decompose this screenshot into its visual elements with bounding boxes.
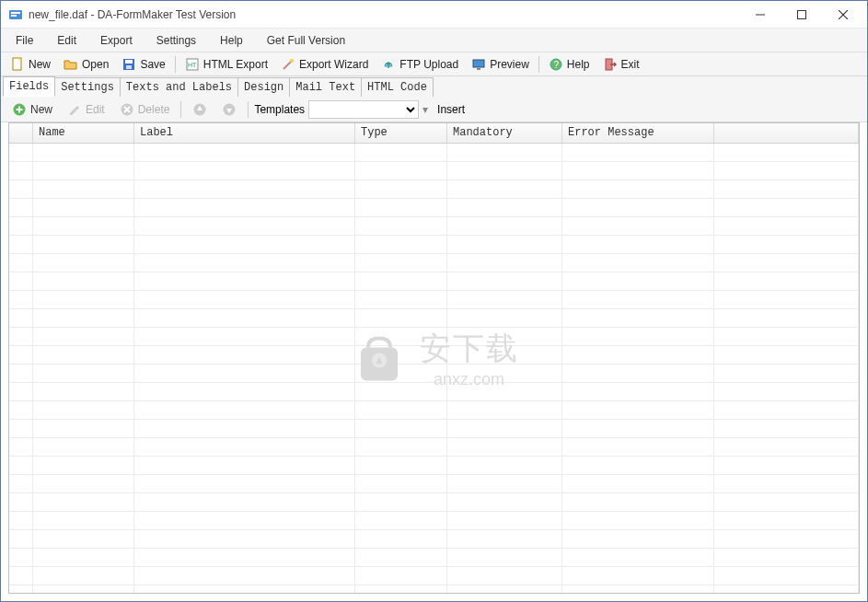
minimize-button[interactable] xyxy=(739,2,781,28)
grid-col-label[interactable]: Label xyxy=(134,123,355,143)
grid-row-empty[interactable] xyxy=(9,549,859,567)
help-icon: ? xyxy=(549,57,563,72)
main-toolbar: New Open Save HT HTML Export Export Wiza… xyxy=(1,52,867,76)
grid-row-empty[interactable] xyxy=(9,328,859,346)
grid-col-mandatory[interactable]: Mandatory xyxy=(447,123,562,143)
fields-edit-label: Edit xyxy=(86,103,105,116)
dropdown-arrow-icon: ▾ xyxy=(422,103,428,116)
maximize-button[interactable] xyxy=(781,2,822,28)
exit-door-icon xyxy=(603,57,618,72)
grid-row-empty[interactable] xyxy=(9,346,859,365)
html-export-icon: HT xyxy=(185,57,200,72)
fields-new-label: New xyxy=(30,103,52,116)
menu-export[interactable]: Export xyxy=(89,30,144,51)
grid-col-type[interactable]: Type xyxy=(355,123,447,143)
fields-moveup-button[interactable] xyxy=(187,100,213,119)
tab-mail-text[interactable]: Mail Text xyxy=(289,77,362,97)
toolbar-exit-label: Exit xyxy=(621,58,640,71)
grid-row-empty[interactable] xyxy=(9,236,859,254)
grid-row-empty[interactable] xyxy=(9,493,859,512)
grid-row-empty[interactable] xyxy=(9,180,859,199)
grid-row-empty[interactable] xyxy=(9,162,859,180)
menu-getfullversion[interactable]: Get Full Version xyxy=(256,30,356,51)
arrow-up-circle-icon xyxy=(192,102,207,117)
svg-rect-2 xyxy=(11,15,17,17)
tab-texts-and-labels[interactable]: Texts and Labels xyxy=(120,77,238,97)
grid-row-empty[interactable] xyxy=(9,254,859,272)
grid-row-empty[interactable] xyxy=(9,512,859,530)
grid-row-empty[interactable] xyxy=(9,530,859,549)
grid-row-empty[interactable] xyxy=(9,272,859,291)
grid-col-errormessage[interactable]: Error Message xyxy=(562,123,714,143)
svg-rect-1 xyxy=(11,12,20,14)
svg-rect-16 xyxy=(477,68,480,70)
save-disk-icon xyxy=(122,57,136,72)
grid-row-empty[interactable] xyxy=(9,365,859,383)
svg-rect-15 xyxy=(473,60,484,67)
close-button[interactable] xyxy=(822,2,863,28)
fields-movedown-button[interactable] xyxy=(216,100,242,119)
menu-help[interactable]: Help xyxy=(209,30,254,51)
toolbar-save-button[interactable]: Save xyxy=(116,55,170,74)
menu-edit[interactable]: Edit xyxy=(46,30,87,51)
tab-design[interactable]: Design xyxy=(237,77,290,97)
grid-col-rowselector[interactable] xyxy=(9,123,33,143)
grid-row-empty[interactable] xyxy=(9,401,859,420)
grid-row-empty[interactable] xyxy=(9,567,859,585)
open-folder-icon xyxy=(64,57,78,72)
toolbar-ftpupload-label: FTP Upload xyxy=(399,58,458,71)
grid-row-empty[interactable] xyxy=(9,475,859,493)
tab-settings[interactable]: Settings xyxy=(54,77,121,97)
toolbar-preview-button[interactable]: Preview xyxy=(466,55,535,74)
svg-text:HT: HT xyxy=(188,62,197,68)
templates-dropdown[interactable] xyxy=(308,100,419,119)
grid-row-empty[interactable] xyxy=(9,420,859,438)
toolbar-exit-button[interactable]: Exit xyxy=(597,55,645,74)
toolbar-preview-label: Preview xyxy=(490,58,529,71)
svg-rect-4 xyxy=(797,10,805,18)
insert-label[interactable]: Insert xyxy=(437,103,465,116)
grid-row-empty[interactable] xyxy=(9,585,859,593)
toolbar-htmlexport-button[interactable]: HT HTML Export xyxy=(179,55,273,74)
grid-row-empty[interactable] xyxy=(9,144,859,162)
arrow-down-circle-icon xyxy=(222,102,237,117)
templates-label: Templates xyxy=(254,103,305,116)
toolbar-exportwizard-label: Export Wizard xyxy=(299,58,368,71)
toolbar-separator xyxy=(538,56,539,73)
fields-edit-button[interactable]: Edit xyxy=(62,100,110,119)
fields-delete-button[interactable]: Delete xyxy=(114,100,176,119)
new-file-icon xyxy=(10,57,25,72)
grid-row-empty[interactable] xyxy=(9,309,859,328)
window-title: new_file.daf - DA-FormMaker Test Version xyxy=(29,8,236,21)
menu-file[interactable]: File xyxy=(5,30,44,51)
toolbar-new-label: New xyxy=(29,58,51,71)
wizard-wand-icon xyxy=(281,57,295,72)
grid-row-empty[interactable] xyxy=(9,457,859,475)
grid-row-empty[interactable] xyxy=(9,199,859,217)
grid-row-empty[interactable] xyxy=(9,383,859,401)
toolbar-separator xyxy=(175,56,176,73)
menu-settings[interactable]: Settings xyxy=(145,30,207,51)
fields-toolbar: New Edit Delete Templates ▾ Insert xyxy=(1,97,867,122)
grid-col-name[interactable]: Name xyxy=(33,123,134,143)
grid-row-empty[interactable] xyxy=(9,291,859,309)
toolbar-open-button[interactable]: Open xyxy=(58,55,114,74)
toolbar-new-button[interactable]: New xyxy=(5,55,56,74)
toolbar-exportwizard-button[interactable]: Export Wizard xyxy=(275,55,374,74)
tab-html-code[interactable]: HTML Code xyxy=(361,77,434,97)
svg-text:?: ? xyxy=(553,60,559,70)
fields-grid: Name Label Type Mandatory Error Message … xyxy=(8,122,860,594)
tab-fields[interactable]: Fields xyxy=(3,76,55,97)
grid-row-empty[interactable] xyxy=(9,438,859,457)
toolbar-help-button[interactable]: ? Help xyxy=(543,55,596,74)
grid-header: Name Label Type Mandatory Error Message xyxy=(9,123,859,144)
toolbar-open-label: Open xyxy=(82,58,109,71)
grid-col-extra[interactable] xyxy=(714,123,859,143)
svg-point-14 xyxy=(290,59,294,63)
fields-separator xyxy=(248,101,249,118)
grid-body[interactable] xyxy=(9,144,859,593)
grid-row-empty[interactable] xyxy=(9,217,859,236)
delete-circle-icon xyxy=(120,102,134,117)
toolbar-ftpupload-button[interactable]: FTP Upload xyxy=(376,55,464,74)
fields-new-button[interactable]: New xyxy=(6,100,58,119)
